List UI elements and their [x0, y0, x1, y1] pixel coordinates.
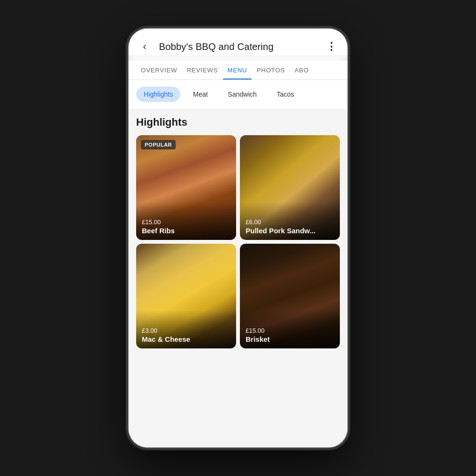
card-info-beef-ribs: £15.00 Beef Ribs	[142, 218, 230, 235]
more-button[interactable]: ⋮	[323, 38, 340, 55]
food-card-beef-ribs[interactable]: POPULAR £15.00 Beef Ribs	[136, 135, 236, 240]
tab-reviews[interactable]: REVIEWS	[182, 61, 223, 79]
pill-tacos[interactable]: Tacos	[269, 87, 302, 102]
more-icon: ⋮	[326, 40, 337, 53]
section-title: Highlights	[136, 116, 340, 129]
card-info-mac-cheese: £3.00 Mac & Cheese	[142, 327, 230, 344]
popular-badge: POPULAR	[141, 140, 176, 149]
food-grid: POPULAR £15.00 Beef Ribs £6.00 Pulled Po…	[136, 135, 340, 348]
tab-overview[interactable]: OVERVIEW	[136, 61, 182, 79]
card-info-pulled-pork: £6.00 Pulled Pork Sandw...	[246, 218, 334, 235]
price-mac-cheese: £3.00	[142, 327, 230, 334]
header: ‹ Bobby's BBQ and Catering ⋮	[129, 29, 347, 55]
name-mac-cheese: Mac & Cheese	[142, 335, 190, 343]
food-card-pulled-pork[interactable]: £6.00 Pulled Pork Sandw...	[240, 135, 340, 240]
phone-shell: ‹ Bobby's BBQ and Catering ⋮ OVERVIEW RE…	[129, 29, 347, 447]
tab-menu[interactable]: MENU	[223, 61, 252, 79]
price-beef-ribs: £15.00	[142, 218, 230, 226]
page-title: Bobby's BBQ and Catering	[159, 41, 317, 52]
tab-photos[interactable]: PHOTOS	[252, 61, 289, 79]
pill-sandwich[interactable]: Sandwich	[220, 87, 265, 102]
food-card-mac-cheese[interactable]: £3.00 Mac & Cheese	[136, 244, 236, 348]
name-beef-ribs: Beef Ribs	[142, 227, 175, 235]
pill-highlights[interactable]: Highlights	[136, 87, 180, 102]
card-info-brisket: £15.00 Brisket	[246, 327, 334, 344]
name-pulled-pork: Pulled Pork Sandw...	[246, 227, 316, 235]
price-brisket: £15.00	[246, 327, 334, 334]
name-brisket: Brisket	[246, 335, 270, 343]
tab-about[interactable]: ABO	[290, 61, 314, 79]
food-card-brisket[interactable]: £15.00 Brisket	[240, 244, 340, 348]
back-button[interactable]: ‹	[136, 38, 153, 55]
price-pulled-pork: £6.00	[246, 218, 334, 226]
nav-tabs: OVERVIEW REVIEWS MENU PHOTOS ABO	[129, 61, 347, 80]
back-icon: ‹	[143, 41, 146, 52]
content-area: Highlights POPULAR £15.00 Beef Ribs £6.0…	[129, 109, 347, 447]
pill-meat[interactable]: Meat	[185, 87, 215, 102]
category-pills: Highlights Meat Sandwich Tacos	[129, 80, 347, 109]
